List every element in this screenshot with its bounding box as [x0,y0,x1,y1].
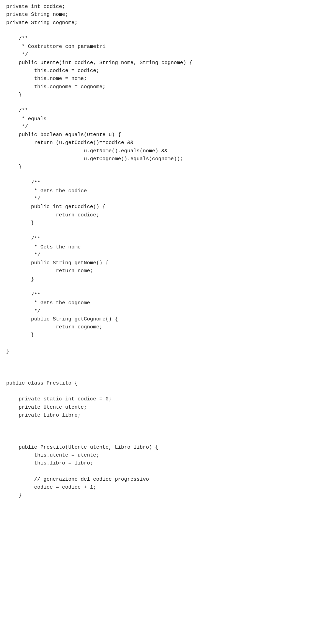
code-content: private int codice; private String nome;… [6,3,331,500]
